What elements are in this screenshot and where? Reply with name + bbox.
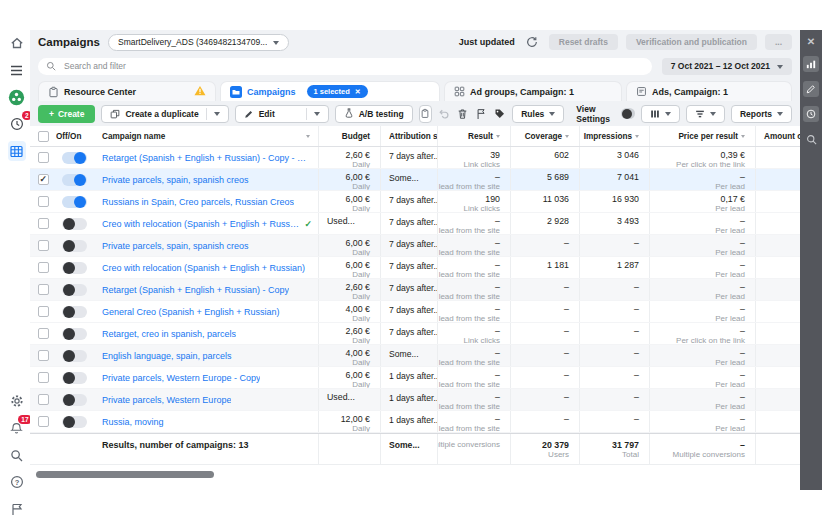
breakdown-button[interactable] [686, 105, 725, 123]
row-checkbox[interactable] [38, 240, 49, 251]
campaign-name-link[interactable]: General Creo (Spanish + English + Russia… [102, 307, 280, 317]
performance-chart-icon[interactable] [803, 56, 819, 72]
campaign-toggle[interactable] [62, 174, 87, 186]
undo-icon[interactable] [438, 105, 451, 123]
feedback-flag-icon[interactable] [8, 500, 26, 518]
rules-button[interactable]: Rules [512, 105, 564, 123]
campaign-toggle[interactable] [62, 152, 87, 164]
more-options-button[interactable]: ... [765, 34, 792, 50]
campaigns-table-icon[interactable] [8, 142, 26, 160]
menu-icon[interactable] [8, 61, 26, 79]
table-row[interactable]: Creo with relocation (Spanish + English … [30, 257, 800, 279]
table-row[interactable]: Retarget (Spanish + English + Russian) -… [30, 279, 800, 301]
table-row[interactable]: Private parcels, spain, spanish creos ✓ … [30, 169, 800, 191]
tab-campaigns[interactable]: Campaigns 1 selected ✕ [220, 81, 440, 101]
campaign-toggle[interactable] [62, 218, 87, 230]
col-attribution[interactable]: Attribution setup [380, 126, 437, 146]
col-price-per-result[interactable]: Price per result [649, 126, 755, 146]
campaign-toggle[interactable] [62, 328, 87, 340]
campaign-toggle[interactable] [62, 262, 87, 274]
row-checkbox[interactable] [38, 328, 49, 339]
search-filter-bar[interactable] [38, 58, 652, 75]
campaign-name-link[interactable]: Retarget, creo in spanish, parcels [102, 329, 236, 339]
notifications-bell-icon[interactable]: 17 [8, 419, 26, 437]
edit-button[interactable]: Edit [235, 105, 329, 123]
campaign-name-link[interactable]: Creo with relocation (Spanish + English … [102, 219, 299, 229]
table-row[interactable]: Private parcels, Western Europe ✓ Used..… [30, 389, 800, 411]
history-clock-icon[interactable]: 2 [8, 115, 26, 133]
clear-selection-icon[interactable]: ✕ [355, 88, 361, 96]
table-row[interactable]: Retarget, creo in spanish, parcels ✓ 2,6… [30, 323, 800, 345]
delete-trash-icon[interactable] [456, 105, 469, 123]
campaign-name-link[interactable]: English language, spain, parcels [102, 351, 232, 361]
zoom-search-icon[interactable] [806, 131, 817, 149]
campaign-toggle[interactable] [62, 284, 87, 296]
date-range-picker[interactable]: 7 Oct 2021 – 12 Oct 2021 [662, 58, 792, 75]
edit-panel-icon[interactable] [803, 81, 819, 97]
col-coverage[interactable]: Coverage [510, 126, 579, 146]
row-checkbox[interactable] [38, 284, 49, 295]
campaign-toggle[interactable] [62, 306, 87, 318]
campaign-toggle[interactable] [62, 196, 87, 208]
campaign-name-link[interactable]: Private parcels, Western Europe [102, 395, 231, 405]
search-input[interactable] [62, 60, 644, 72]
campaign-toggle[interactable] [62, 394, 87, 406]
copy-icon[interactable] [419, 105, 432, 123]
verification-publication-button[interactable]: Verification and publication [626, 34, 757, 50]
campaign-name-link[interactable]: Retarget (Spanish + English + Russian) -… [102, 153, 312, 163]
table-row[interactable]: Russians in Spain, Creo parcels, Russian… [30, 191, 800, 213]
tab-ad-groups[interactable]: Ad groups, Campaign: 1 [444, 81, 622, 101]
duplicate-button[interactable]: Create a duplicate [101, 105, 228, 123]
search-rail-icon[interactable] [8, 446, 26, 464]
refresh-icon[interactable] [523, 33, 541, 51]
row-checkbox[interactable] [38, 174, 49, 185]
table-row[interactable]: Creo with relocation (Spanish + English … [30, 213, 800, 235]
campaign-toggle[interactable] [62, 350, 87, 362]
close-icon[interactable]: ✕ [807, 37, 815, 47]
table-row[interactable]: Retarget (Spanish + English + Russian) -… [30, 147, 800, 169]
row-checkbox[interactable] [38, 372, 49, 383]
settings-gear-icon[interactable] [8, 392, 26, 410]
tab-ads[interactable]: Ads, Campaign: 1 [626, 81, 792, 101]
create-button[interactable]: + Create [38, 105, 95, 123]
campaign-name-link[interactable]: Creo with relocation (Spanish + English … [102, 263, 305, 273]
table-row[interactable]: English language, spain, parcels ✓ 4,00 … [30, 345, 800, 367]
selected-count-badge[interactable]: 1 selected ✕ [307, 85, 368, 98]
col-result[interactable]: Result [437, 126, 510, 146]
ad-account-dropdown[interactable]: SmartDelivery_ADS (3469482134709... [108, 34, 289, 51]
chevron-down-icon[interactable] [314, 112, 320, 119]
campaign-toggle[interactable] [62, 240, 87, 252]
col-budget[interactable]: Budget [318, 126, 380, 146]
row-checkbox[interactable] [38, 394, 49, 405]
view-settings-toggle[interactable]: View Settings [576, 104, 635, 124]
home-icon[interactable] [8, 34, 26, 52]
campaign-name-link[interactable]: Retarget (Spanish + English + Russian) -… [102, 285, 289, 295]
campaign-name-link[interactable]: Private parcels, spain, spanish creos [102, 241, 249, 251]
horizontal-scrollbar[interactable] [36, 471, 214, 478]
reset-drafts-button[interactable]: Reset drafts [549, 34, 618, 50]
tag-icon[interactable] [494, 105, 507, 123]
campaign-name-link[interactable]: Russians in Spain, Creo parcels, Russian… [102, 197, 294, 207]
table-row[interactable]: Private parcels, Western Europe - Copy ✓… [30, 367, 800, 389]
row-checkbox[interactable] [38, 262, 49, 273]
row-checkbox[interactable] [38, 218, 49, 229]
row-checkbox[interactable] [38, 152, 49, 163]
col-amount[interactable]: Amount of co [755, 126, 800, 146]
campaign-toggle[interactable] [62, 416, 87, 428]
table-row[interactable]: Private parcels, spain, spanish creos ✓ … [30, 235, 800, 257]
col-impressions[interactable]: Impressions [579, 126, 649, 146]
campaign-name-link[interactable]: Private parcels, Western Europe - Copy [102, 373, 260, 383]
row-checkbox[interactable] [38, 196, 49, 207]
tab-resource-center[interactable]: Resource Center [38, 81, 216, 101]
help-icon[interactable]: ? [8, 473, 26, 491]
row-checkbox[interactable] [38, 416, 49, 427]
campaign-toggle[interactable] [62, 372, 87, 384]
history-panel-icon[interactable] [803, 106, 819, 122]
row-checkbox[interactable] [38, 306, 49, 317]
chevron-down-icon[interactable] [214, 112, 220, 119]
reports-button[interactable]: Reports [731, 105, 792, 123]
view-settings-switch[interactable] [621, 108, 635, 119]
ads-manager-logo-icon[interactable] [8, 88, 26, 106]
select-all-checkbox[interactable] [38, 131, 49, 142]
flag-icon[interactable] [475, 105, 488, 123]
